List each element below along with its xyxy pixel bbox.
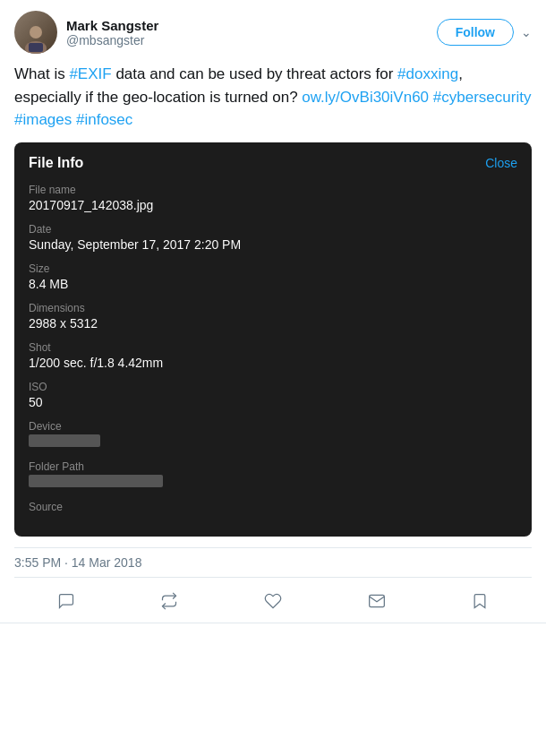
retweet-button[interactable] — [151, 587, 187, 615]
redacted-device — [29, 434, 100, 447]
bookmark-icon — [471, 592, 489, 610]
hashtag-images[interactable]: #images — [14, 111, 72, 128]
hashtag-exif[interactable]: #EXIF — [69, 65, 111, 82]
file-info-row-shot: Shot 1/200 sec. f/1.8 4.42mm — [29, 341, 517, 370]
file-info-header: File Info Close — [29, 155, 517, 171]
tweet-header: Mark Sangster @mbsangster Follow ⌄ — [14, 11, 532, 54]
tweet-header-right: Follow ⌄ — [437, 19, 532, 46]
file-info-card: File Info Close File name 20170917_14203… — [14, 142, 532, 537]
hashtag-cybersecurity[interactable]: #cybersecurity — [433, 89, 532, 106]
close-button[interactable]: Close — [485, 156, 517, 170]
svg-point-0 — [30, 26, 42, 39]
tweet-link[interactable]: ow.ly/OvBi30iVn60 — [302, 89, 429, 106]
file-info-value-iso: 50 — [29, 395, 517, 409]
avatar[interactable] — [14, 11, 57, 54]
file-info-label-shot: Shot — [29, 341, 517, 354]
hashtag-infosec[interactable]: #infosec — [76, 111, 132, 128]
file-info-row-source: Source — [29, 501, 517, 513]
tweet-container: Mark Sangster @mbsangster Follow ⌄ What … — [0, 0, 546, 623]
file-info-row-date: Date Sunday, September 17, 2017 2:20 PM — [29, 223, 517, 252]
user-info: Mark Sangster @mbsangster — [66, 18, 158, 47]
file-info-label-size: Size — [29, 262, 517, 275]
file-info-value-date: Sunday, September 17, 2017 2:20 PM — [29, 237, 517, 252]
file-info-row-iso: ISO 50 — [29, 381, 517, 409]
file-info-label-dimensions: Dimensions — [29, 302, 517, 314]
file-info-label-folderpath: Folder Path — [29, 460, 517, 473]
tweet-actions — [14, 581, 532, 623]
retweet-icon — [160, 592, 178, 610]
tweet-header-left: Mark Sangster @mbsangster — [14, 11, 158, 54]
file-info-label-date: Date — [29, 223, 517, 236]
file-info-value-shot: 1/200 sec. f/1.8 4.42mm — [29, 356, 517, 370]
file-info-value-device — [29, 434, 517, 450]
file-info-label-source: Source — [29, 501, 517, 513]
chevron-down-icon[interactable]: ⌄ — [521, 25, 532, 39]
file-info-row-folderpath: Folder Path — [29, 460, 517, 490]
save-button[interactable] — [462, 587, 498, 615]
file-info-label-filename: File name — [29, 184, 517, 196]
heart-icon — [264, 592, 282, 610]
svg-rect-2 — [29, 43, 43, 52]
file-info-value-folderpath — [29, 475, 517, 490]
file-info-value-dimensions: 2988 x 5312 — [29, 316, 517, 331]
like-button[interactable] — [255, 587, 291, 615]
file-info-row-filename: File name 20170917_142038.jpg — [29, 184, 517, 212]
mail-button[interactable] — [359, 587, 395, 615]
reply-button[interactable] — [48, 587, 84, 615]
tweet-timestamp: 3:55 PM · 14 Mar 2018 — [14, 547, 532, 578]
file-info-title: File Info — [29, 155, 83, 171]
mail-icon — [368, 592, 386, 610]
hashtag-doxxing[interactable]: #doxxing — [397, 65, 458, 82]
file-info-row-dimensions: Dimensions 2988 x 5312 — [29, 302, 517, 331]
file-info-row-size: Size 8.4 MB — [29, 262, 517, 291]
display-name[interactable]: Mark Sangster — [66, 18, 158, 33]
redacted-folderpath — [29, 475, 163, 487]
file-info-label-iso: ISO — [29, 381, 517, 393]
file-info-value-size: 8.4 MB — [29, 277, 517, 291]
username[interactable]: @mbsangster — [66, 33, 158, 47]
file-info-value-filename: 20170917_142038.jpg — [29, 198, 517, 212]
file-info-row-device: Device — [29, 420, 517, 450]
reply-icon — [57, 592, 75, 610]
tweet-text: What is #EXIF data and can be used by th… — [14, 63, 532, 132]
file-info-label-device: Device — [29, 420, 517, 433]
follow-button[interactable]: Follow — [437, 19, 514, 46]
